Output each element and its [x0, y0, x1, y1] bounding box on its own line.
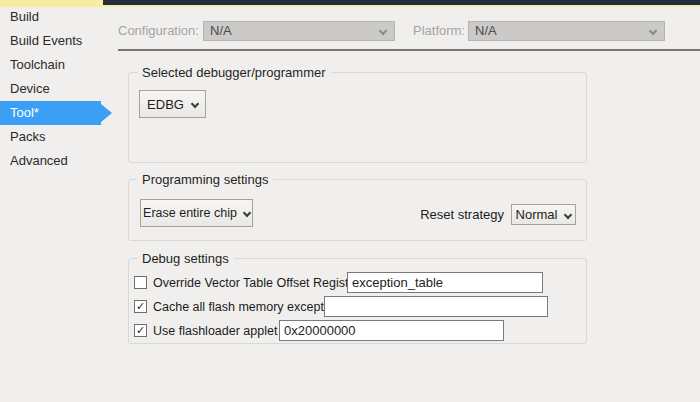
reset-strategy-value: Normal: [516, 207, 558, 222]
chevron-down-icon: [564, 210, 572, 218]
override-vtor-input[interactable]: [347, 272, 543, 293]
chevron-down-icon: [649, 27, 657, 35]
platform-value: N/A: [475, 23, 497, 38]
override-vtor-checkbox[interactable]: [134, 276, 147, 289]
configuration-dropdown[interactable]: N/A: [203, 21, 395, 41]
top-accent-bar-dark: [103, 0, 700, 7]
selected-item-arrow-icon: [101, 104, 112, 122]
sidebar-item-advanced[interactable]: Advanced: [0, 149, 118, 173]
cache-flash-row: ✓ Cache all flash memory except: [134, 296, 324, 317]
cache-flash-checkbox[interactable]: ✓: [134, 300, 147, 313]
sidebar-item-device[interactable]: Device: [0, 77, 118, 101]
sidebar-item-build-events[interactable]: Build Events: [0, 29, 118, 53]
platform-dropdown[interactable]: N/A: [468, 21, 665, 41]
sidebar-item-label: Advanced: [10, 153, 68, 168]
reset-strategy-label: Reset strategy: [420, 207, 504, 222]
sidebar-item-label: Build: [10, 9, 39, 24]
flashloader-checkbox[interactable]: ✓: [134, 324, 147, 337]
debug-group-title: Debug settings: [137, 251, 234, 266]
sidebar-item-label: Toolchain: [10, 57, 65, 72]
chevron-down-icon: [379, 27, 387, 35]
debugger-tool-value: EDBG: [147, 97, 184, 112]
configuration-label: Configuration:: [118, 23, 199, 38]
cache-flash-label: Cache all flash memory except: [153, 300, 324, 314]
sidebar-item-packs[interactable]: Packs: [0, 125, 118, 149]
sidebar-item-tool[interactable]: Tool*: [0, 101, 118, 125]
platform-label: Platform:: [413, 23, 465, 38]
flashloader-label: Use flashloader applet: [153, 324, 277, 338]
tool-settings-page: Build Build Events Toolchain Device Tool…: [0, 0, 700, 402]
configuration-value: N/A: [210, 23, 232, 38]
erase-mode-dropdown[interactable]: Erase entire chip: [140, 199, 253, 227]
reset-strategy-wrap: Reset strategy Normal: [420, 204, 576, 225]
debugger-tool-dropdown[interactable]: EDBG: [139, 90, 206, 118]
debug-settings-group: Debug settings Override Vector Table Off…: [128, 258, 587, 344]
chevron-down-icon: [191, 100, 199, 108]
sidebar-item-label: Build Events: [10, 33, 82, 48]
sidebar-item-build[interactable]: Build: [0, 5, 118, 29]
override-vtor-row: Override Vector Table Offset Register: [134, 272, 360, 293]
debugger-group: Selected debugger/programmer EDBG: [128, 72, 587, 163]
override-vtor-label: Override Vector Table Offset Register: [153, 276, 360, 290]
erase-mode-value: Erase entire chip: [143, 206, 237, 220]
sidebar-item-toolchain[interactable]: Toolchain: [0, 53, 118, 77]
programming-settings-group: Programming settings Erase entire chip R…: [128, 179, 587, 241]
debugger-group-title: Selected debugger/programmer: [137, 65, 331, 80]
sidebar: Build Build Events Toolchain Device Tool…: [0, 5, 118, 173]
reset-strategy-dropdown[interactable]: Normal: [511, 204, 576, 225]
flashloader-input[interactable]: [279, 320, 504, 341]
flashloader-row: ✓ Use flashloader applet: [134, 320, 277, 341]
sidebar-item-label: Packs: [10, 129, 45, 144]
cache-flash-input[interactable]: [324, 296, 548, 317]
header-separator: [118, 49, 700, 51]
sidebar-item-label: Tool*: [10, 105, 39, 120]
sidebar-item-label: Device: [10, 81, 50, 96]
programming-group-title: Programming settings: [137, 172, 273, 187]
chevron-down-icon: [243, 209, 251, 217]
